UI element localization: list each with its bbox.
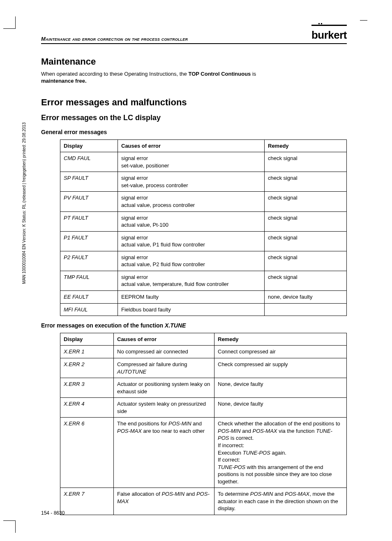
cell-cause: signal erroractual value, process contro… <box>118 192 265 211</box>
cell-cause: Fieldbus board faulty <box>118 303 265 316</box>
th-cause: Causes of error <box>114 333 214 346</box>
cell-remedy: Check whether the allocation of the end … <box>214 418 347 488</box>
table-row: EE FAULTEEPROM faultynone, device faulty <box>60 290 347 303</box>
cell-display: X.ERR 4 <box>60 398 114 418</box>
cell-remedy: check signal <box>265 251 347 271</box>
cell-remedy: None, device faulty <box>214 378 347 398</box>
table-row: X.ERR 6The end positions for POS-MIN and… <box>60 418 347 488</box>
table-row: PV FAULTsignal erroractual value, proces… <box>60 192 347 211</box>
th-remedy: Remedy <box>265 139 347 152</box>
th-display: Display <box>60 333 114 346</box>
table-row: X.ERR 7False allocation of POS-MIN and P… <box>60 488 347 515</box>
table-row: X.ERR 3Actuator or positioning system le… <box>60 378 347 398</box>
cell-display: P1 FAULT <box>60 231 118 251</box>
table-header-row: Display Causes of error Remedy <box>60 333 347 346</box>
cell-remedy: none, device faulty <box>265 290 347 303</box>
cell-cause: The end positions for POS-MIN and POS-MA… <box>114 418 214 488</box>
cell-cause: False allocation of POS-MIN and POS-MAX <box>114 488 214 515</box>
page-header: Maintenance and error correction on the … <box>41 25 347 44</box>
th-remedy: Remedy <box>214 333 347 346</box>
general-error-table: Display Causes of error Remedy CMD FAULs… <box>60 139 347 316</box>
cell-display: EE FAULT <box>60 290 118 303</box>
burkert-logo: burkert <box>311 25 347 42</box>
table-row: TMP FAULsignal erroractual value, temper… <box>60 271 347 290</box>
cell-display: X.ERR 2 <box>60 358 114 378</box>
th-display: Display <box>60 139 118 152</box>
crop-mark-tl <box>3 16 16 29</box>
table-row: X.ERR 4Actuator system leaky on pressuri… <box>60 398 347 418</box>
page: MAN 1000010084 EN Version: K Status: RL … <box>0 0 392 541</box>
table-row: CMD FAULsignal errorset-value, positione… <box>60 152 347 172</box>
cell-cause: signal errorset-value, process controlle… <box>118 172 265 192</box>
t: X.TUNE <box>165 322 186 329</box>
cell-cause: signal erroractual value, P1 fluid flow … <box>118 231 265 251</box>
cell-remedy: check signal <box>265 231 347 251</box>
cell-cause: No compressed air connected <box>114 346 214 358</box>
h1-errors: Error messages and malfunctions <box>41 96 347 109</box>
cell-display: X.ERR 6 <box>60 418 114 488</box>
cell-remedy: None, device faulty <box>214 398 347 418</box>
logo-text: burkert <box>311 29 347 41</box>
cell-remedy <box>265 303 347 316</box>
cell-remedy: To determine POS-MIN and POS-MAX, move t… <box>214 488 347 515</box>
cell-display: PV FAULT <box>60 192 118 211</box>
crop-mark-tr <box>360 8 367 21</box>
cell-display: MFI FAUL <box>60 303 118 316</box>
running-head: Maintenance and error correction on the … <box>41 35 188 43</box>
xtune-error-table: Display Causes of error Remedy X.ERR 1No… <box>60 333 347 515</box>
cell-cause: Compressed air failure during AUTOTUNE <box>114 358 214 378</box>
cell-remedy: check signal <box>265 271 347 290</box>
t: Error messages on execution of the funct… <box>41 322 165 329</box>
t: is <box>251 71 256 77</box>
cell-cause: signal erroractual value, temperature, f… <box>118 271 265 290</box>
table-row: X.ERR 1No compressed air connectedConnec… <box>60 346 347 358</box>
t: TOP Control Continuous <box>188 71 251 77</box>
cell-cause: EEPROM faulty <box>118 290 265 303</box>
h3-general: General error messages <box>41 128 347 136</box>
cell-remedy: check signal <box>265 211 347 231</box>
cell-display: TMP FAUL <box>60 271 118 290</box>
crop-mark-bl <box>3 520 16 533</box>
cell-remedy: check signal <box>265 192 347 211</box>
cell-cause: Actuator or positioning system leaky on … <box>114 378 214 398</box>
h3-xtune: Error messages on execution of the funct… <box>41 322 347 330</box>
side-meta-text: MAN 1000010084 EN Version: K Status: RL … <box>21 123 27 284</box>
table-row: MFI FAULFieldbus board faulty <box>60 303 347 316</box>
cell-cause: signal erroractual value, P2 fluid flow … <box>118 251 265 271</box>
cell-remedy: check signal <box>265 172 347 192</box>
cell-display: SP FAULT <box>60 172 118 192</box>
page-footer: 154 - 8630 <box>41 510 65 516</box>
xtune-table-wrap: Display Causes of error Remedy X.ERR 1No… <box>60 333 347 515</box>
cell-display: PT FAULT <box>60 211 118 231</box>
cell-cause: Actuator system leaky on pressurized sid… <box>114 398 214 418</box>
cell-remedy: Check compressed air supply <box>214 358 347 378</box>
h1-maintenance: Maintenance <box>41 56 347 68</box>
t: maintenance free. <box>41 78 87 84</box>
cell-remedy: check signal <box>265 152 347 172</box>
cell-display: X.ERR 7 <box>60 488 114 515</box>
table-row: SP FAULTsignal errorset-value, process c… <box>60 172 347 192</box>
cell-display: X.ERR 3 <box>60 378 114 398</box>
general-table-wrap: Display Causes of error Remedy CMD FAULs… <box>60 139 347 316</box>
table-row: X.ERR 2Compressed air failure during AUT… <box>60 358 347 378</box>
maintenance-para: When operated according to these Operati… <box>41 70 347 85</box>
th-cause: Causes of error <box>118 139 265 152</box>
table-row: P2 FAULTsignal erroractual value, P2 flu… <box>60 251 347 271</box>
cell-display: CMD FAUL <box>60 152 118 172</box>
t: When operated according to these Operati… <box>41 71 188 77</box>
table-header-row: Display Causes of error Remedy <box>60 139 347 152</box>
cell-display: P2 FAULT <box>60 251 118 271</box>
cell-remedy: Connect compressed air <box>214 346 347 358</box>
table-row: PT FAULTsignal erroractual value, Pt-100… <box>60 211 347 231</box>
cell-cause: signal errorset-value, positioner <box>118 152 265 172</box>
table-row: P1 FAULTsignal erroractual value, P1 flu… <box>60 231 347 251</box>
cell-cause: signal erroractual value, Pt-100 <box>118 211 265 231</box>
cell-display: X.ERR 1 <box>60 346 114 358</box>
h2-lc-display: Error messages on the LC display <box>41 113 347 123</box>
